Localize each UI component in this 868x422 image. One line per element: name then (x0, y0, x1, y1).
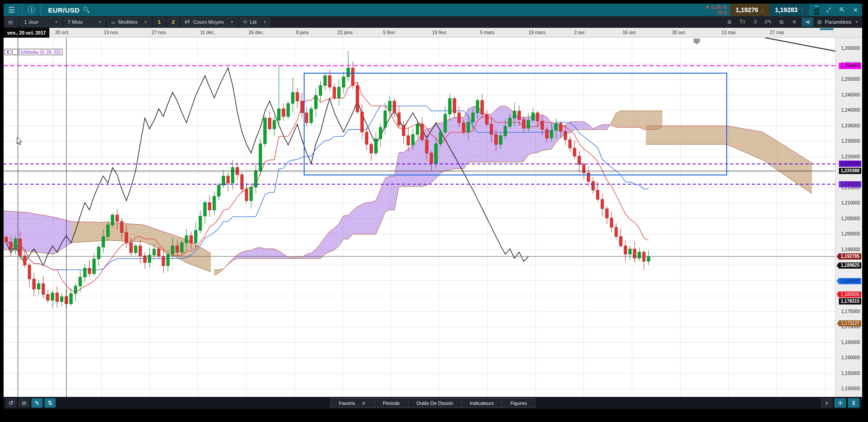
grid-edit-icon[interactable]: #✎ (763, 17, 774, 26)
date-tick-label: 13 mai (721, 30, 736, 35)
tab-label: Outils De Dessin (416, 400, 453, 406)
ask-price: 1,19283 (775, 6, 798, 13)
close-window-icon[interactable]: ✕ (850, 5, 861, 15)
date-tick-label: 5 mars (480, 30, 494, 35)
layout-1-button[interactable]: 1 (153, 17, 165, 26)
price-tag-icon[interactable]: ⊲ (802, 17, 813, 26)
range-dropdown[interactable]: 7 Mois▼ (64, 17, 105, 26)
popout-window-icon[interactable]: ⇱ (836, 5, 848, 15)
bid-price-button[interactable]: 1,19276 ↓ (730, 4, 770, 16)
date-tick-label: 30 oct. (55, 30, 70, 35)
indicator-minimize-button[interactable]: _ (12, 49, 18, 55)
crosshair-date-label: ven., 20 oct. 2017 (4, 28, 49, 38)
price-badge: 1,254400 (839, 63, 861, 69)
date-tick-label: 19 mars (528, 30, 545, 35)
search-icon[interactable] (83, 7, 90, 13)
trading-platform-window: ☰ 1 EUR/USD ▼ 0,25 % 29,9 1,19276 ↓ 1,19… (0, 0, 868, 422)
date-tick-label: 27 mai (770, 30, 784, 35)
tab-figures[interactable]: Figures (502, 398, 536, 408)
divider (22, 4, 22, 16)
scroll-indicator[interactable] (820, 28, 833, 30)
bottom-tabs: Favoris★PériodeOutils De DessinIndicateu… (330, 398, 535, 408)
gear-icon: ⚙ (817, 19, 822, 26)
tab-période[interactable]: Période (374, 398, 408, 408)
price-badge: 1,220388 (839, 168, 861, 174)
settings-button[interactable]: ⚙ Paramètres▼ (817, 19, 859, 26)
models-dropdown[interactable]: ⚌Modèles▼ (107, 17, 151, 26)
price-tick-label: 1,160000 (841, 355, 860, 360)
layout-2-button[interactable]: 2 (167, 17, 179, 26)
ask-price-button[interactable]: 1,19283 ↑ (769, 4, 809, 16)
date-tick-label: 27 nov. (152, 30, 167, 35)
candlestick-icon (185, 19, 190, 25)
tab-label: Figures (510, 400, 527, 406)
price-badge: 1,222700 (839, 161, 861, 167)
collapse-window-icon[interactable]: ⤢ (823, 5, 834, 15)
price-axis[interactable]: 1,2600001,2550001,2500001,2450001,240000… (835, 38, 862, 397)
price-tick-label: 1,230000 (841, 139, 860, 144)
undo-icon[interactable]: ↺ (5, 398, 17, 408)
change-percent: ▼ 0,25 % (705, 4, 727, 10)
buy-arrow-icon: ↑ (800, 6, 803, 13)
indicator-name-label[interactable]: Ichimoku (9, 26, 52) (19, 49, 62, 55)
tab-indicateurs[interactable]: Indicateurs (461, 398, 502, 408)
row-layout-icon[interactable]: ≣ (724, 17, 735, 26)
layers-icon[interactable] (814, 5, 819, 15)
date-tick-label: 13 nov. (104, 30, 119, 35)
price-tick-label: 1,195000 (841, 247, 860, 252)
price-tick-label: 1,175000 (841, 309, 860, 314)
price-tick-label: 1,235000 (841, 123, 860, 128)
linked-dropdown[interactable]: ⟲Lié▼ (240, 17, 270, 26)
toolbar-right-group: ≣Tт##✎⧉✛⊲ (722, 17, 813, 26)
price-tick-label: 1,250000 (841, 77, 860, 82)
crosshair-icon[interactable]: ✛ (834, 398, 846, 408)
sliders-icon: ⚌ (111, 19, 115, 25)
instrument-title: EUR/USD (48, 6, 79, 14)
chart-number-badge[interactable]: 1 (28, 6, 35, 13)
title-bar: ☰ 1 EUR/USD ▼ 0,25 % 29,9 1,19276 ↓ 1,19… (4, 4, 862, 16)
grid-icon[interactable]: # (750, 17, 761, 26)
fit-vertical-icon[interactable]: ⇕ (848, 398, 859, 408)
price-badge: 1,184832 (837, 278, 861, 284)
text-size-icon[interactable]: Tт (737, 17, 748, 26)
date-tick-label: 5 févr. (383, 30, 396, 35)
price-tick-label: 1,155000 (841, 371, 860, 376)
star-icon[interactable]: ★ (361, 400, 366, 406)
disable-icon[interactable]: ⊘ (18, 398, 30, 408)
reorder-icon[interactable]: ⇅ (44, 398, 56, 408)
price-chart-svg (4, 38, 835, 397)
chart-area[interactable]: X _ Ichimoku (9, 26, 52) (4, 38, 835, 397)
price-badge: 1,216130 (839, 181, 861, 187)
date-tick-label: 2 avr. (574, 30, 586, 35)
hamburger-menu-icon[interactable]: ☰ (4, 5, 19, 15)
divider (40, 4, 41, 16)
tab-favoris[interactable]: Favoris★ (330, 398, 374, 408)
watchlist-button[interactable]: ▤ (5, 17, 18, 26)
axis-tool-icon[interactable]: ✛ (789, 17, 800, 26)
zoom-in-icon[interactable]: + (821, 398, 833, 408)
date-tick-label: 8 janv. (296, 30, 310, 35)
date-tick-label: 22 janv. (337, 30, 353, 35)
price-tick-label: 1,210000 (841, 200, 860, 205)
tab-label: Période (383, 400, 400, 406)
price-tick-label: 1,165000 (841, 340, 860, 345)
price-badge: 1,180505 (837, 291, 861, 298)
average-price-dropdown[interactable]: Cours Moyen▼ (181, 17, 237, 26)
chart-toolbar: ▤ 1 Jour▼ 7 Mois▼ ⚌Modèles▼ 1 2 Cours Mo… (4, 16, 862, 28)
pencil-icon[interactable]: ✎ (31, 398, 43, 408)
price-tick-label: 1,260000 (841, 46, 860, 51)
date-tick-label: 16 avr. (623, 30, 637, 35)
price-badge: 1,192795 (837, 253, 861, 260)
zoom-controls: +✛⇕ (819, 398, 859, 408)
date-axis[interactable]: ven., 20 oct. 2017 30 oct.13 nov.27 nov.… (4, 28, 862, 38)
tab-label: Indicateurs (470, 400, 494, 406)
date-tick-label: 26 déc. (249, 30, 264, 35)
tab-outils-de-dessin[interactable]: Outils De Dessin (408, 398, 461, 408)
cascade-windows-icon[interactable]: ⧉ (776, 17, 787, 26)
sell-arrow-icon: ↓ (761, 6, 764, 13)
bottom-toolbar: ↺⊘✎⇅ Favoris★PériodeOutils De DessinIndi… (4, 397, 862, 409)
bid-price: 1,19276 (736, 6, 759, 13)
indicator-remove-button[interactable]: X (4, 49, 11, 55)
drawing-quick-icons: ↺⊘✎⇅ (4, 398, 56, 408)
interval-dropdown[interactable]: 1 Jour▼ (20, 17, 61, 26)
